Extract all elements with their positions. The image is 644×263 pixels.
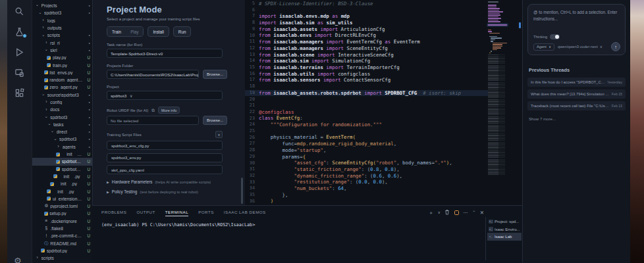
explorer-item[interactable]: ui_extension_example...U	[32, 195, 92, 203]
explorer-item[interactable]: §.flake8U	[32, 225, 92, 232]
explorer-item[interactable]: train.pyU	[32, 61, 92, 68]
panel-tab-problems[interactable]: PROBLEMS	[101, 210, 126, 216]
code-editor[interactable]: 5678910111213141516171819202122232425262…	[245, 0, 522, 205]
explorer-item[interactable]: ⌄direct●	[32, 128, 92, 135]
projects-folder-input[interactable]: C:\Users\hamis\Documents\ROS2\IsaacLab\P…	[107, 70, 199, 79]
urdf-file-input[interactable]: No file selected	[107, 116, 199, 125]
model-dropdown[interactable]: qwen/qwen3-coder-next∨	[558, 45, 603, 49]
explorer-item[interactable]: __init__.pyU	[32, 180, 92, 187]
explorer-item[interactable]: ›outputs	[32, 24, 92, 32]
explorer-item[interactable]: ⌄skrl●	[32, 47, 92, 54]
play-button[interactable]: Play	[126, 27, 143, 36]
explorer-item[interactable]: ›scripts	[32, 254, 92, 262]
training-file-item[interactable]: skrl_ppo_cfg.yaml	[107, 165, 223, 174]
remote-explorer-icon[interactable]	[14, 67, 25, 78]
training-file-item[interactable]: spdrbot3_env.py	[107, 153, 223, 162]
explorer-item[interactable]: ›config●	[32, 99, 92, 106]
run-debug-icon[interactable]	[14, 47, 25, 57]
policy-testing-section[interactable]: ▶ Policy Testing (test before deploying …	[107, 189, 245, 194]
explorer-item[interactable]: play.pyU	[32, 54, 92, 61]
settings-gear-icon[interactable]: ⚙	[14, 256, 22, 263]
task-name-input[interactable]: Template-Spdrbot3-Direct-v0	[107, 49, 223, 58]
chat-input-placeholder[interactable]: @ to mention, Ctrl+L to add a selection.…	[533, 9, 620, 22]
explorer-item[interactable]: spdrbot.pyU	[32, 247, 92, 254]
explorer-item[interactable]: __init__.pyU	[32, 151, 92, 158]
more-info-button[interactable]: More info	[158, 107, 180, 114]
explorer-item[interactable]: __init__.pyU	[32, 173, 92, 180]
panel-tab-output[interactable]: OUTPUT	[136, 210, 155, 216]
install-button[interactable]: Install	[148, 26, 169, 37]
file-label: spdrbot3_env_cfg...	[62, 159, 83, 164]
panel-tab-isaac-lab-demos[interactable]: ISAAC LAB DEMOS	[224, 210, 266, 216]
agent-mode-dropdown[interactable]: Agent∨	[533, 43, 554, 51]
extensions-icon[interactable]	[14, 87, 25, 98]
explorer-item[interactable]: !.pre-commit-config.yamlU	[32, 232, 92, 239]
terminal-prompt[interactable]: (env_isaaclab) PS C:\Users\hamis\Documen…	[101, 222, 522, 227]
minimap[interactable]	[488, 1, 510, 176]
explorer-item[interactable]: __init__.pyU	[32, 187, 92, 195]
run-button[interactable]: Run	[173, 26, 192, 37]
explorer-item[interactable]: list_envs.pyU	[32, 69, 92, 76]
terminal-process-icon[interactable]	[454, 210, 459, 215]
line-number: 16	[245, 71, 255, 78]
explorer-item[interactable]: ⌄spdrbot3●	[32, 135, 92, 143]
explorer-item[interactable]: zero_agent.pyU	[32, 84, 92, 91]
explorer-item[interactable]: ≡.dockerignoreU	[32, 218, 92, 225]
projects-folder-browse-button[interactable]: Browse...	[203, 70, 227, 79]
training-files-menu-button[interactable]: ▾	[215, 131, 223, 138]
explorer-item[interactable]: setup.pyU	[32, 210, 92, 217]
thinking-toggle[interactable]	[550, 34, 560, 40]
task-name-label: Task name (for Run)	[107, 43, 245, 47]
close-panel-icon[interactable]: ✕	[480, 210, 484, 216]
line-number: 11	[245, 39, 255, 45]
code-content[interactable]: # SPDX-License-Identifier: BSD-3-Clause …	[259, 1, 481, 204]
file-label: spdrbot3	[44, 11, 82, 15]
panel-tab-ports[interactable]: PORTS	[198, 210, 214, 216]
thread-item[interactable]: In this file how do I access "SPDRBOT_CF…	[527, 78, 626, 87]
explorer-item[interactable]: ⌄Projects●	[32, 2, 92, 9]
explorer-item[interactable]: ›rsl_rl●	[32, 39, 92, 46]
show-more-link[interactable]: Show 7 more...	[529, 116, 624, 121]
explorer-item[interactable]: ⌄tasks●	[32, 121, 92, 128]
code-line: from isaaclab.scene import InteractiveSc…	[259, 52, 481, 59]
panel-tab-terminal[interactable]: TERMINAL	[165, 210, 188, 216]
explorer-item[interactable]: ⓘREADME.mdU	[32, 240, 92, 247]
chat-input-card[interactable]: @ to mention, Ctrl+L to add a selection.…	[527, 4, 626, 55]
send-button[interactable]: ↑	[611, 42, 620, 51]
panel-scrollbar[interactable]	[241, 178, 243, 204]
training-file-item[interactable]: spdrbot3_env_cfg.py	[107, 141, 223, 150]
explorer-item[interactable]: ⌄scripts●	[32, 32, 92, 39]
explorer-item[interactable]: ⌄spdrbot3●	[32, 113, 92, 120]
maximize-panel-icon[interactable]: ⌃	[472, 210, 475, 214]
urdf-browse-button[interactable]: Browse...	[203, 116, 227, 125]
line-number: 9	[245, 26, 255, 33]
file-label: .dockerignore	[50, 219, 82, 224]
explorer-item[interactable]: ⚙pyproject.tomlU	[32, 203, 92, 210]
git-status: ●	[84, 130, 90, 133]
project-select[interactable]: spdrbot3∨	[107, 91, 223, 100]
more-actions-icon[interactable]: ⋯	[463, 210, 468, 216]
thread-item[interactable]: Traceback (most recent call last) File "…	[527, 101, 626, 110]
terminal-session-item[interactable]: >_Isaac Lab	[487, 233, 522, 241]
explorer-item[interactable]: ›agents●	[32, 143, 92, 151]
copy-link-icon[interactable]: ⧉	[151, 108, 155, 113]
explorer-item[interactable]: ›logs	[32, 17, 92, 24]
terminal-dropdown-icon[interactable]: ∨	[438, 211, 441, 215]
explorer-item[interactable]: spdrbot3_env.pyU	[32, 166, 92, 173]
kill-terminal-icon[interactable]	[444, 209, 450, 216]
explorer-item[interactable]: ⌄source\spdrbot3●	[32, 91, 92, 99]
hardware-parameters-section[interactable]: ▶ Hardware Parameters (helps AI write co…	[107, 179, 245, 184]
explorer-item[interactable]: ⌄spdrbot3●	[32, 9, 92, 16]
explorer-item[interactable]: spdrbot3_env_cfg...U	[32, 158, 92, 165]
explorer-item[interactable]: random_agent.pyU	[32, 76, 92, 84]
search-icon[interactable]	[14, 6, 25, 16]
new-terminal-icon[interactable]: ＋	[429, 210, 434, 216]
thread-item[interactable]: What does this mean? [13.794s] Simulatio…	[527, 89, 626, 99]
lab-assistant-icon[interactable]	[14, 26, 25, 37]
explorer-item[interactable]: ›docs●	[32, 106, 92, 113]
terminal-session-item[interactable]: >_Project: spd...	[487, 218, 522, 226]
terminal-session-item[interactable]: >_Isaac Enviro...	[487, 226, 522, 233]
train-button[interactable]: Train	[107, 27, 126, 36]
editor-scrollbar[interactable]	[519, 22, 521, 28]
minimap-line	[488, 13, 500, 14]
